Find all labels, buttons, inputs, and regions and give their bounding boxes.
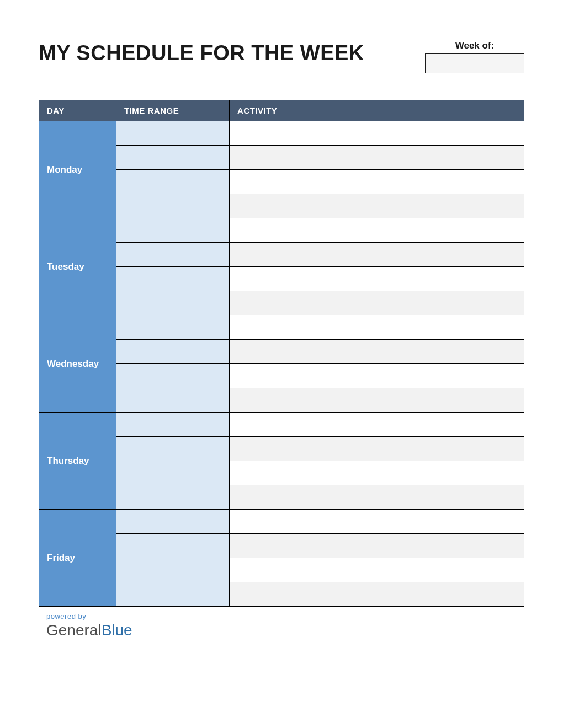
activity-cell bbox=[230, 170, 524, 194]
time-input[interactable] bbox=[116, 170, 229, 194]
day-cell: Monday bbox=[39, 121, 116, 218]
time-cell bbox=[116, 485, 230, 510]
time-cell bbox=[116, 388, 230, 413]
activity-input[interactable] bbox=[230, 340, 524, 363]
activity-input[interactable] bbox=[230, 485, 524, 509]
time-input[interactable] bbox=[116, 461, 229, 485]
activity-input[interactable] bbox=[230, 146, 524, 169]
week-of-block: Week of: bbox=[425, 40, 524, 73]
time-cell bbox=[116, 510, 230, 534]
activity-cell bbox=[230, 364, 524, 388]
time-input[interactable] bbox=[116, 340, 229, 363]
time-input[interactable] bbox=[116, 534, 229, 558]
activity-input[interactable] bbox=[230, 510, 524, 533]
time-input[interactable] bbox=[116, 582, 229, 606]
time-cell bbox=[116, 291, 230, 315]
time-cell bbox=[116, 437, 230, 461]
day-cell: Tuesday bbox=[39, 218, 116, 315]
activity-cell bbox=[230, 437, 524, 461]
time-cell bbox=[116, 582, 230, 607]
time-cell bbox=[116, 146, 230, 170]
powered-by-label: powered by bbox=[46, 612, 524, 620]
logo-text-blue: Blue bbox=[102, 622, 132, 639]
time-input[interactable] bbox=[116, 364, 229, 388]
time-input[interactable] bbox=[116, 315, 229, 339]
activity-cell bbox=[230, 558, 524, 582]
time-cell bbox=[116, 534, 230, 558]
activity-input[interactable] bbox=[230, 582, 524, 606]
activity-cell bbox=[230, 267, 524, 291]
activity-cell bbox=[230, 485, 524, 510]
time-input[interactable] bbox=[116, 146, 229, 169]
activity-input[interactable] bbox=[230, 364, 524, 388]
col-header-day: DAY bbox=[39, 100, 116, 121]
activity-input[interactable] bbox=[230, 437, 524, 461]
activity-cell bbox=[230, 340, 524, 364]
activity-cell bbox=[230, 582, 524, 607]
time-cell bbox=[116, 267, 230, 291]
activity-input[interactable] bbox=[230, 170, 524, 194]
time-input[interactable] bbox=[116, 437, 229, 461]
logo-text-general: General bbox=[46, 622, 102, 639]
activity-cell bbox=[230, 461, 524, 485]
activity-input[interactable] bbox=[230, 218, 524, 242]
time-input[interactable] bbox=[116, 485, 229, 509]
schedule-table: DAY TIME RANGE ACTIVITY MondayTuesdayWed… bbox=[39, 100, 524, 607]
activity-cell bbox=[230, 534, 524, 558]
activity-input[interactable] bbox=[230, 413, 524, 436]
col-header-time: TIME RANGE bbox=[116, 100, 230, 121]
activity-input[interactable] bbox=[230, 558, 524, 582]
time-cell bbox=[116, 315, 230, 340]
col-header-activity: ACTIVITY bbox=[230, 100, 524, 121]
activity-cell bbox=[230, 291, 524, 315]
activity-input[interactable] bbox=[230, 267, 524, 291]
activity-input[interactable] bbox=[230, 243, 524, 266]
activity-cell bbox=[230, 510, 524, 534]
activity-cell bbox=[230, 146, 524, 170]
activity-cell bbox=[230, 243, 524, 267]
day-cell: Wednesday bbox=[39, 315, 116, 413]
time-cell bbox=[116, 194, 230, 218]
logo: GeneralBlue bbox=[46, 622, 524, 639]
activity-input[interactable] bbox=[230, 461, 524, 485]
activity-input[interactable] bbox=[230, 121, 524, 145]
time-input[interactable] bbox=[116, 121, 229, 145]
time-cell bbox=[116, 364, 230, 388]
time-input[interactable] bbox=[116, 291, 229, 315]
page-title: MY SCHEDULE FOR THE WEEK bbox=[39, 41, 364, 65]
time-input[interactable] bbox=[116, 510, 229, 533]
time-cell bbox=[116, 558, 230, 582]
activity-cell bbox=[230, 121, 524, 146]
time-input[interactable] bbox=[116, 243, 229, 266]
activity-input[interactable] bbox=[230, 388, 524, 412]
time-cell bbox=[116, 340, 230, 364]
time-input[interactable] bbox=[116, 218, 229, 242]
day-cell: Thursday bbox=[39, 413, 116, 510]
time-input[interactable] bbox=[116, 413, 229, 436]
activity-input[interactable] bbox=[230, 315, 524, 339]
time-cell bbox=[116, 218, 230, 243]
time-input[interactable] bbox=[116, 267, 229, 291]
activity-cell bbox=[230, 218, 524, 243]
activity-input[interactable] bbox=[230, 534, 524, 558]
time-input[interactable] bbox=[116, 194, 229, 218]
activity-cell bbox=[230, 413, 524, 437]
time-cell bbox=[116, 243, 230, 267]
activity-cell bbox=[230, 194, 524, 218]
activity-cell bbox=[230, 388, 524, 413]
time-cell bbox=[116, 461, 230, 485]
time-input[interactable] bbox=[116, 388, 229, 412]
activity-input[interactable] bbox=[230, 194, 524, 218]
footer: powered by GeneralBlue bbox=[39, 612, 524, 639]
activity-cell bbox=[230, 315, 524, 340]
time-cell bbox=[116, 413, 230, 437]
week-of-input[interactable] bbox=[425, 53, 524, 73]
time-input[interactable] bbox=[116, 558, 229, 582]
activity-input[interactable] bbox=[230, 291, 524, 315]
week-of-label: Week of: bbox=[455, 40, 495, 51]
day-cell: Friday bbox=[39, 510, 116, 607]
time-cell bbox=[116, 170, 230, 194]
time-cell bbox=[116, 121, 230, 146]
